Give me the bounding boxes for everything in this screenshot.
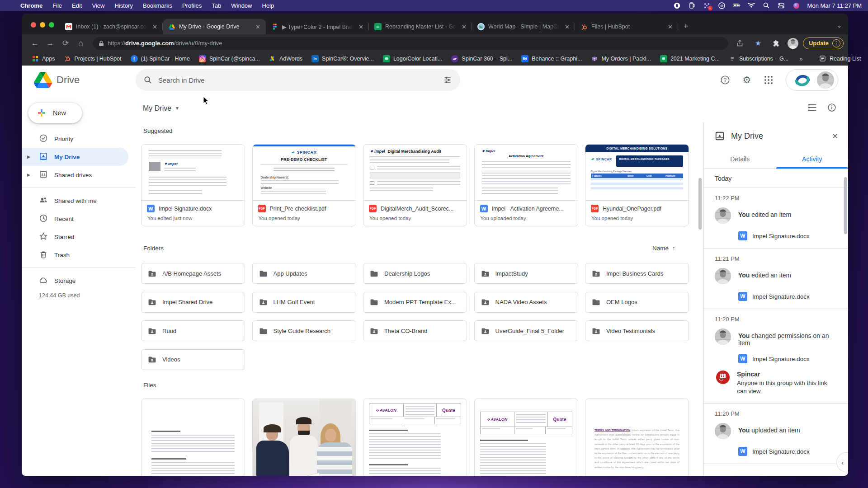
adobe-cc-icon[interactable]: @ xyxy=(718,2,726,9)
control-center-icon[interactable] xyxy=(778,2,785,9)
sidebar-item-trash[interactable]: Trash xyxy=(22,246,128,264)
tab-details[interactable]: Details xyxy=(704,150,776,169)
reading-list-button[interactable]: Reading List xyxy=(816,54,865,64)
new-button[interactable]: New xyxy=(28,103,82,123)
minimize-window-button[interactable] xyxy=(40,22,45,28)
folder-item-16[interactable]: Videos xyxy=(141,349,245,370)
folder-item-12[interactable]: Style Guide Research xyxy=(252,320,356,341)
extensions-puzzle-icon[interactable] xyxy=(769,37,783,50)
tab-search-chevron-icon[interactable]: ⌄ xyxy=(837,22,842,29)
folder-item-9[interactable]: NADA Video Assets xyxy=(474,292,578,313)
reload-button[interactable]: ⟳ xyxy=(59,37,72,50)
forward-button[interactable]: → xyxy=(43,37,57,50)
search-filters-icon[interactable] xyxy=(443,75,452,84)
spotlight-icon[interactable] xyxy=(763,2,770,9)
browser-tab-3[interactable]: ▶ Type+Color 2 - Impel Brandi✕ xyxy=(266,19,369,34)
apple-menu-icon[interactable] xyxy=(6,5,15,6)
homebrew-icon[interactable] xyxy=(688,2,696,9)
folder-item-4[interactable]: ImpactStudy xyxy=(474,263,578,284)
wifi-icon[interactable] xyxy=(748,2,755,9)
record-icon[interactable] xyxy=(673,2,681,9)
back-button[interactable]: ← xyxy=(28,37,42,50)
sidebar-item-my-drive[interactable]: ▶My Drive xyxy=(22,148,128,166)
close-window-button[interactable] xyxy=(31,22,36,28)
menubar-item-file[interactable]: File xyxy=(47,2,67,9)
folder-item-10[interactable]: OEM Logos xyxy=(585,292,689,313)
bookmark-item-1[interactable]: Apps xyxy=(28,54,59,64)
profile-avatar[interactable] xyxy=(788,38,798,49)
suggested-card-4[interactable]: ⁕ Impel Activation Agreement WImpel - Ac… xyxy=(474,144,578,226)
notification-badge-icon[interactable]: 1 xyxy=(703,2,711,9)
file-item-1[interactable] xyxy=(141,399,245,476)
siri-icon[interactable] xyxy=(793,2,800,9)
share-icon[interactable] xyxy=(733,37,747,50)
help-icon[interactable]: ? xyxy=(716,71,734,89)
browser-menu-icon[interactable]: ⋮ xyxy=(832,39,840,47)
tab-activity[interactable]: Activity xyxy=(776,150,849,169)
browser-tab-6[interactable]: Files | HubSpot✕ xyxy=(575,19,678,34)
folder-item-6[interactable]: Impel Shared Drive xyxy=(141,292,245,313)
new-tab-button[interactable]: + xyxy=(678,22,693,34)
menubar-item-history[interactable]: History xyxy=(109,2,137,9)
menubar-item-help[interactable]: Help xyxy=(257,2,279,9)
sidebar-item-priority[interactable]: Priority xyxy=(22,130,128,148)
bookmark-item-4[interactable]: SpinCar (@spinca... xyxy=(195,54,264,64)
browser-tab-5[interactable]: World Map - Simple | MapChar✕ xyxy=(472,19,575,34)
tab-close-icon[interactable]: ✕ xyxy=(563,23,571,30)
suggested-card-5[interactable]: DIGITAL MERCHANDISING SOLUTIONS SPINCAR … xyxy=(585,144,689,226)
tab-close-icon[interactable]: ✕ xyxy=(666,23,675,30)
battery-icon[interactable] xyxy=(733,2,741,9)
bookmark-item-5[interactable]: AdWords xyxy=(265,54,306,64)
file-item-3[interactable]: ⟡ AVALON Quote xyxy=(363,399,467,476)
menubar-item-tab[interactable]: Tab xyxy=(207,2,226,9)
bookmark-item-9[interactable]: BēBehance :: Graphi... xyxy=(518,54,585,64)
tab-close-icon[interactable]: ✕ xyxy=(357,23,365,30)
user-avatar[interactable] xyxy=(817,71,834,89)
tab-close-icon[interactable]: ✕ xyxy=(254,23,262,30)
folder-item-14[interactable]: UserGuide_Final 5_Folder xyxy=(474,320,578,341)
account-pill[interactable] xyxy=(786,69,838,91)
menubar-item-chrome[interactable]: Chrome xyxy=(15,2,47,9)
bookmark-item-12[interactable]: Subscriptions – G... xyxy=(725,54,792,64)
file-item-4[interactable]: ⟡ AVALON Quote xyxy=(474,399,578,476)
maximize-window-button[interactable] xyxy=(49,22,54,28)
folder-item-7[interactable]: LHM Golf Event xyxy=(252,292,356,313)
activity-file-link[interactable]: WImpel Signature.docx xyxy=(738,447,839,456)
drive-logo[interactable]: Drive xyxy=(34,72,136,88)
bookmark-item-6[interactable]: inSpinCar®: Overvie... xyxy=(308,54,377,64)
settings-gear-icon[interactable]: ⚙ xyxy=(738,71,756,89)
activity-file-link[interactable]: WImpel Signature.docx xyxy=(738,231,839,240)
google-apps-grid-icon[interactable] xyxy=(760,71,778,89)
details-info-icon[interactable] xyxy=(827,103,836,114)
suggested-card-3[interactable]: ⁕ impelDigital Merchandising Audit PDFDi… xyxy=(363,144,467,226)
menubar-item-profiles[interactable]: Profiles xyxy=(177,2,207,9)
sidebar-item-storage[interactable]: Storage xyxy=(22,272,128,290)
suggested-card-1[interactable]: ⁕ impel WImpel Signature.docx You edited… xyxy=(141,144,245,226)
sidebar-item-shared-with-me[interactable]: Shared with me xyxy=(22,192,128,210)
browser-tab-4[interactable]: Rebranding Master List - Goog✕ xyxy=(369,19,472,34)
bookmark-item-3[interactable]: f(1) SpinCar - Home xyxy=(127,54,193,64)
folder-item-1[interactable]: A/B Homepage Assets xyxy=(141,263,245,284)
browser-tab-2[interactable]: My Drive - Google Drive✕ xyxy=(163,19,266,34)
update-button[interactable]: Update ⋮ xyxy=(803,38,844,49)
expand-arrow-icon[interactable]: ▶ xyxy=(27,155,30,159)
search-input[interactable]: Search in Drive xyxy=(136,69,460,91)
panel-scrollbar[interactable] xyxy=(844,177,847,234)
bookmark-item-7[interactable]: Logo/Color Locati... xyxy=(379,54,446,64)
bookmark-item-10[interactable]: My Orders | Packl... xyxy=(587,54,655,64)
bookmark-star-icon[interactable]: ★ xyxy=(751,37,765,50)
folder-item-3[interactable]: Dealership Logos xyxy=(363,263,467,284)
folder-item-8[interactable]: Modern PPT Template Ex... xyxy=(363,292,467,313)
sidebar-item-shared-drives[interactable]: ▶Shared drives xyxy=(22,166,128,184)
page-title-dropdown[interactable]: My Drive ▼ xyxy=(143,104,179,113)
tab-close-icon[interactable]: ✕ xyxy=(460,23,468,30)
folder-item-13[interactable]: Theta CO-Brand xyxy=(363,320,467,341)
main-scrollbar[interactable] xyxy=(698,178,702,230)
menubar-item-window[interactable]: Window xyxy=(226,2,257,9)
bookmark-item-2[interactable]: Projects | HubSpot xyxy=(61,54,125,64)
sort-control[interactable]: Name ↑ xyxy=(652,244,675,252)
activity-file-link[interactable]: WImpel Signature.docx xyxy=(738,292,839,301)
bookmarks-overflow-chevron[interactable]: » xyxy=(796,55,807,62)
address-bar[interactable]: https://drive.google.com/drive/u/0/my-dr… xyxy=(93,37,728,50)
activity-file-link[interactable]: WImpel Signature.docx xyxy=(738,354,839,363)
